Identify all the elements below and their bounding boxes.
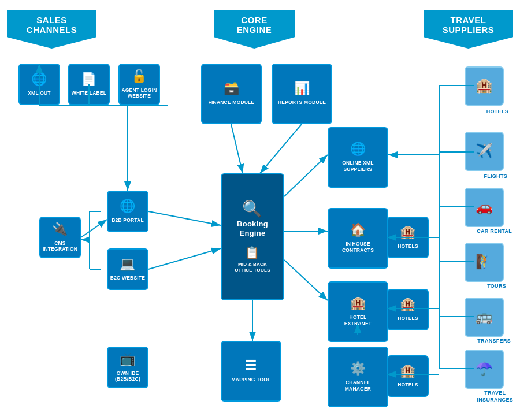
- hotels-c3-icon: 🏨: [400, 365, 415, 377]
- hotels-c2-label: HOTELS: [398, 315, 418, 321]
- tours-icon: 🧗: [476, 254, 493, 270]
- b2b-label: B2B PORTAL: [112, 217, 144, 223]
- cms-icon: 🔌: [52, 223, 68, 236]
- finance-icon: 🗃️: [224, 82, 239, 95]
- diagram: SALES CHANNELS CORE ENGINE TRAVEL SUPPLI…: [0, 0, 520, 420]
- online-xml-box: 🌐 ONLINE XMLSUPPLIERS: [328, 127, 388, 188]
- finance-label: FINANCE MODULE: [209, 99, 255, 105]
- reports-label: REPORTS MODULE: [278, 99, 326, 105]
- car-rental-icon: 🚗: [476, 199, 493, 215]
- in-house-box: 🏠 IN HOUSECONTRACTS: [328, 208, 388, 269]
- svg-line-5: [148, 248, 221, 269]
- b2b-icon: 🌐: [120, 200, 135, 213]
- xml-icon: 🌐: [31, 73, 47, 86]
- hotels-supplier-label: HOTELS: [486, 109, 508, 116]
- channel-manager-box: ⚙️ CHANNELMANAGER: [328, 347, 388, 407]
- travel-ins-label: TRAVELINSURANCES: [477, 390, 513, 403]
- mid-back-label: MID & BACKOFFICE TOOLS: [235, 262, 270, 273]
- mid-back-icon: 📋: [245, 246, 259, 259]
- online-xml-icon: 🌐: [350, 143, 366, 155]
- b2b-portal-box: 🌐 B2B PORTAL: [107, 191, 148, 232]
- car-rental-box: 🚗: [465, 188, 504, 227]
- agent-login-label: AGENT LOGINWEBSITE: [121, 87, 157, 99]
- mapping-label: MAPPING TOOL: [232, 377, 271, 382]
- flights-supplier-box: ✈️: [465, 132, 504, 171]
- white-label-label: WHITE LABEL: [72, 90, 106, 96]
- b2c-website-box: 💻 B2C WEBSITE: [107, 248, 148, 290]
- cms-box: 🔌 CMSINTEGRATION: [39, 217, 81, 258]
- hotel-extranet-icon: 🏨: [350, 297, 366, 310]
- b2c-icon: 💻: [120, 258, 135, 270]
- tours-label: TOURS: [487, 283, 506, 290]
- finance-box: 🗃️ FINANCE MODULE: [201, 64, 262, 124]
- travel-ins-icon: ☂️: [476, 360, 493, 377]
- svg-line-10: [284, 155, 328, 196]
- in-house-icon: 🏠: [350, 224, 366, 236]
- hotels-c1-label: HOTELS: [398, 243, 418, 249]
- flights-supplier-icon: ✈️: [476, 143, 493, 159]
- b2c-label: B2C WEBSITE: [110, 275, 145, 281]
- online-xml-label: ONLINE XMLSUPPLIERS: [342, 160, 373, 172]
- transfers-icon: 🚌: [476, 309, 493, 325]
- reports-box: 📊 REPORTS MODULE: [272, 64, 332, 124]
- hotels-c3-label: HOTELS: [398, 382, 418, 388]
- car-rental-label: CAR RENTAL: [477, 228, 512, 235]
- hotels-connector3-box: 🏨 HOTELS: [387, 355, 429, 397]
- hotels-connector1-box: 🏨 HOTELS: [387, 217, 429, 258]
- mapping-icon: ☰: [245, 359, 257, 372]
- svg-line-4: [148, 211, 221, 225]
- transfers-label: TRANSFERS: [477, 338, 511, 345]
- flights-supplier-label: FLIGHTS: [484, 173, 507, 180]
- hotels-supplier-icon: 🏨: [476, 77, 493, 94]
- own-ibe-box: 📺 OWN IBE(B2B/B2C): [107, 347, 148, 388]
- agent-login-icon: 🔓: [131, 70, 147, 83]
- svg-line-7: [231, 124, 243, 173]
- booking-engine-icon: 🔍: [242, 201, 262, 217]
- cms-label: CMSINTEGRATION: [43, 240, 77, 252]
- transfers-box: 🚌: [465, 298, 504, 337]
- tours-box: 🧗: [465, 243, 504, 282]
- agent-login-box: 🔓 AGENT LOGINWEBSITE: [118, 64, 160, 105]
- banner-travel: TRAVEL SUPPLIERS: [424, 10, 513, 49]
- hotels-c2-icon: 🏨: [400, 298, 415, 311]
- white-label-box: 📄 WHITE LABEL: [68, 64, 110, 105]
- in-house-label: IN HOUSECONTRACTS: [342, 241, 374, 252]
- booking-engine-box: 🔍 BookingEngine 📋 MID & BACKOFFICE TOOLS: [221, 173, 284, 300]
- white-label-icon: 📄: [81, 73, 96, 86]
- booking-engine-label: BookingEngine: [237, 220, 268, 239]
- channel-manager-icon: ⚙️: [350, 362, 366, 375]
- banner-sales: SALES CHANNELS: [7, 10, 96, 49]
- hotels-c1-icon: 🏨: [400, 226, 415, 239]
- mapping-box: ☰ MAPPING TOOL: [221, 341, 281, 402]
- svg-line-8: [260, 124, 302, 173]
- hotels-supplier-box: 🏨: [465, 66, 504, 106]
- hotels-connector2-box: 🏨 HOTELS: [387, 289, 429, 330]
- ibe-label: OWN IBE(B2B/B2C): [115, 370, 140, 382]
- hotel-extranet-label: HOTELEXTRANET: [344, 314, 372, 326]
- xml-out-box: 🌐 XML OUT: [18, 64, 60, 105]
- ibe-icon: 📺: [120, 353, 135, 366]
- channel-manager-label: CHANNELMANAGER: [345, 380, 371, 391]
- reports-icon: 📊: [294, 82, 310, 95]
- hotel-extranet-box: 🏨 HOTELEXTRANET: [328, 281, 388, 342]
- travel-ins-box: ☂️: [465, 350, 504, 389]
- banner-core: CORE ENGINE: [214, 10, 295, 49]
- svg-line-12: [284, 260, 328, 300]
- svg-line-6: [81, 220, 107, 237]
- xml-out-label: XML OUT: [28, 90, 51, 96]
